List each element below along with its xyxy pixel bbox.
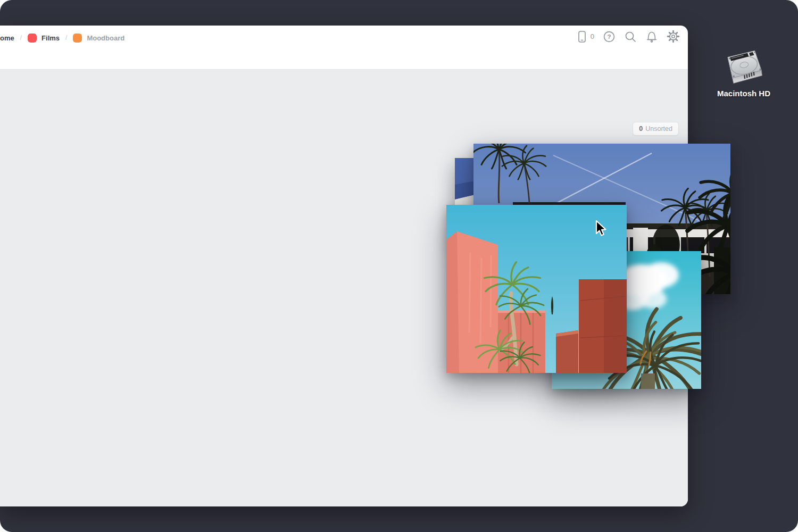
- notifications-button[interactable]: [645, 30, 658, 43]
- breadcrumb-separator: /: [65, 34, 67, 41]
- unsorted-label: Unsorted: [645, 125, 672, 132]
- unsorted-count: 0: [639, 125, 643, 132]
- breadcrumb-films[interactable]: Films: [28, 34, 60, 43]
- mobile-count: 0: [591, 32, 594, 40]
- search-button[interactable]: [624, 30, 637, 43]
- svg-text:?: ?: [607, 34, 611, 40]
- drive-label: Macintosh HD: [703, 89, 784, 98]
- desktop: ome / Films / Moodboard: [0, 0, 798, 532]
- coral-building-photo[interactable]: [446, 205, 627, 373]
- gear-icon: [667, 30, 680, 43]
- macintosh-hd-drive[interactable]: Macintosh HD: [703, 45, 784, 98]
- films-swatch-icon: [28, 34, 37, 43]
- bell-icon: [645, 30, 658, 43]
- breadcrumb-moodboard: Moodboard: [73, 34, 124, 43]
- breadcrumb-separator: /: [20, 34, 22, 41]
- help-icon: ?: [603, 30, 616, 43]
- coral-building-photo-image: [446, 205, 627, 373]
- unsorted-badge[interactable]: 0 Unsorted: [633, 122, 679, 136]
- breadcrumb-films-label: Films: [41, 34, 60, 42]
- breadcrumb-home-label: ome: [0, 34, 14, 42]
- breadcrumb-home[interactable]: ome: [0, 34, 14, 42]
- search-icon: [624, 30, 637, 43]
- breadcrumb: ome / Films / Moodboard: [0, 31, 124, 45]
- help-button[interactable]: ?: [603, 30, 616, 43]
- topbar-icons: 0 ?: [576, 30, 680, 43]
- moodboard-swatch-icon: [73, 34, 82, 43]
- breadcrumb-moodboard-label: Moodboard: [87, 34, 124, 42]
- mobile-icon: [576, 30, 588, 43]
- settings-button[interactable]: [667, 30, 680, 43]
- mobile-preview-button[interactable]: 0: [576, 30, 594, 43]
- hard-drive-icon: [721, 45, 766, 87]
